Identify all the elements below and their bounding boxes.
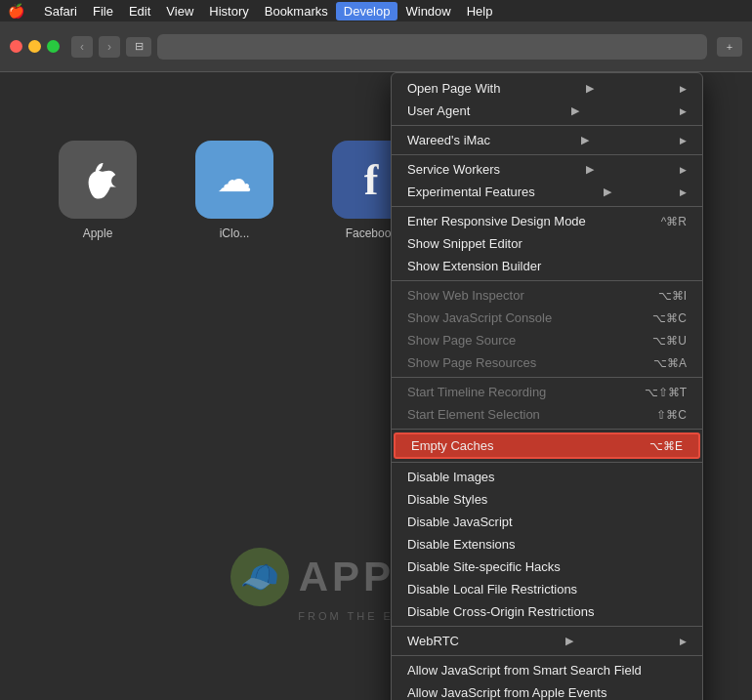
- menu-item-allow-js-apple[interactable]: Allow JavaScript from Apple Events: [392, 681, 702, 700]
- toolbar: ‹ › ⊟ +: [0, 21, 752, 72]
- menu-item-disable-styles[interactable]: Disable Styles: [392, 488, 702, 511]
- menu-item-disable-javascript[interactable]: Disable JavaScript: [392, 511, 702, 533]
- menu-item-wareeds-imac[interactable]: Wareed's iMac ▶: [392, 129, 702, 151]
- maximize-button[interactable]: [47, 40, 60, 53]
- menu-label-disable-javascript: Disable JavaScript: [407, 515, 513, 529]
- menu-item-open-page-with[interactable]: Open Page With ▶: [392, 77, 702, 100]
- menubar-edit[interactable]: Edit: [121, 2, 158, 21]
- develop-dropdown-menu: Open Page With ▶ User Agent ▶ Wareed's i…: [391, 72, 703, 700]
- apple-label: Apple: [83, 226, 113, 240]
- divider-7: [392, 462, 702, 463]
- menu-label-disable-cross-origin: Disable Cross-Origin Restrictions: [407, 604, 594, 619]
- divider-8: [392, 626, 702, 627]
- menu-label-allow-js-apple: Allow JavaScript from Apple Events: [407, 685, 606, 700]
- divider-1: [392, 125, 702, 126]
- menu-label-page-source: Show Page Source: [407, 333, 516, 348]
- menu-item-allow-js-smart[interactable]: Allow JavaScript from Smart Search Field: [392, 659, 702, 681]
- shortcut-web-inspector: ⌥⌘I: [658, 289, 687, 303]
- menu-label-js-console: Show JavaScript Console: [407, 310, 552, 325]
- menu-item-user-agent[interactable]: User Agent ▶: [392, 100, 702, 122]
- menu-item-snippet-editor[interactable]: Show Snippet Editor: [392, 232, 702, 255]
- menu-item-web-inspector[interactable]: Show Web Inspector ⌥⌘I: [392, 284, 702, 307]
- menu-item-page-resources[interactable]: Show Page Resources ⌥⌘A: [392, 351, 702, 374]
- shortcut-responsive-design: ^⌘R: [661, 215, 687, 228]
- menu-label-disable-site-hacks: Disable Site-specific Hacks: [407, 559, 561, 574]
- menu-label-allow-js-smart: Allow JavaScript from Smart Search Field: [407, 663, 642, 678]
- divider-2: [392, 154, 702, 155]
- menubar-safari[interactable]: Safari: [36, 2, 85, 21]
- close-button[interactable]: [10, 40, 22, 53]
- menu-label-snippet-editor: Show Snippet Editor: [407, 236, 522, 251]
- menubar-bookmarks[interactable]: Bookmarks: [257, 2, 336, 21]
- divider-3: [392, 206, 702, 207]
- back-icon: ‹: [80, 40, 84, 54]
- menu-label-disable-images: Disable Images: [407, 470, 495, 484]
- menu-label-element-selection: Start Element Selection: [407, 407, 540, 422]
- menu-item-disable-images[interactable]: Disable Images: [392, 466, 702, 488]
- tab-overview-button[interactable]: ⊟: [126, 37, 151, 57]
- submenu-arrow-open-page-with: ▶: [586, 82, 594, 95]
- menu-label-open-page-with: Open Page With: [407, 81, 500, 96]
- shortcut-page-source: ⌥⌘U: [652, 334, 687, 348]
- menu-label-extension-builder: Show Extension Builder: [407, 259, 541, 273]
- menu-item-empty-caches[interactable]: Empty Caches ⌥⌘E: [394, 432, 700, 459]
- tab-overview-icon: ⊟: [135, 40, 144, 53]
- shortcut-page-resources: ⌥⌘A: [653, 356, 687, 370]
- menu-item-webrtc[interactable]: WebRTC ▶: [392, 630, 702, 652]
- menu-label-page-resources: Show Page Resources: [407, 355, 536, 370]
- safari-window: ‹ › ⊟ + Apple ☁ iClo...: [0, 21, 752, 700]
- favorite-icloud[interactable]: ☁ iClo...: [176, 141, 293, 240]
- menu-item-disable-local-file[interactable]: Disable Local File Restrictions: [392, 578, 702, 600]
- favorite-apple[interactable]: Apple: [39, 141, 156, 240]
- menu-item-experimental-features[interactable]: Experimental Features ▶: [392, 181, 702, 203]
- menu-label-webrtc: WebRTC: [407, 634, 459, 648]
- menu-label-wareeds-imac: Wareed's iMac: [407, 133, 490, 147]
- divider-6: [392, 429, 702, 430]
- apple-menu[interactable]: 🍎: [8, 3, 24, 19]
- menu-label-service-workers: Service Workers: [407, 162, 500, 177]
- menu-item-page-source[interactable]: Show Page Source ⌥⌘U: [392, 329, 702, 351]
- divider-9: [392, 655, 702, 656]
- menubar-develop[interactable]: Develop: [336, 2, 398, 21]
- main-content: Apple ☁ iClo... f Facebook 🐦 Tw... 🧢 APP…: [0, 72, 752, 700]
- submenu-arrow-webrtc: ▶: [565, 635, 573, 647]
- shortcut-js-console: ⌥⌘C: [652, 311, 687, 325]
- menu-item-service-workers[interactable]: Service Workers ▶: [392, 158, 702, 181]
- submenu-arrow-experimental-features: ▶: [604, 185, 611, 198]
- divider-4: [392, 280, 702, 281]
- menu-item-responsive-design[interactable]: Enter Responsive Design Mode ^⌘R: [392, 210, 702, 232]
- menu-item-timeline-recording[interactable]: Start Timeline Recording ⌥⇧⌘T: [392, 381, 702, 403]
- minimize-button[interactable]: [28, 40, 41, 53]
- forward-button[interactable]: ›: [99, 36, 120, 58]
- menu-item-disable-cross-origin[interactable]: Disable Cross-Origin Restrictions: [392, 600, 702, 623]
- menu-label-experimental-features: Experimental Features: [407, 185, 535, 199]
- icloud-label: iClo...: [220, 226, 250, 240]
- forward-icon: ›: [107, 40, 111, 54]
- new-tab-icon: +: [727, 41, 732, 53]
- menu-label-web-inspector: Show Web Inspector: [407, 288, 524, 303]
- traffic-lights: [10, 40, 60, 53]
- divider-5: [392, 377, 702, 378]
- menu-label-disable-extensions: Disable Extensions: [407, 537, 516, 552]
- menubar-window[interactable]: Window: [397, 2, 458, 21]
- menu-item-js-console[interactable]: Show JavaScript Console ⌥⌘C: [392, 307, 702, 329]
- menu-item-extension-builder[interactable]: Show Extension Builder: [392, 255, 702, 277]
- menubar-view[interactable]: View: [158, 2, 201, 21]
- shortcut-element-selection: ⇧⌘C: [656, 408, 687, 422]
- menu-item-disable-site-hacks[interactable]: Disable Site-specific Hacks: [392, 556, 702, 578]
- apple-icon: [59, 141, 137, 219]
- facebook-label: Facebook: [346, 226, 397, 240]
- menu-label-disable-styles: Disable Styles: [407, 492, 487, 507]
- menu-label-responsive-design: Enter Responsive Design Mode: [407, 214, 586, 228]
- menu-label-timeline-recording: Start Timeline Recording: [407, 385, 546, 399]
- menubar-file[interactable]: File: [85, 2, 121, 21]
- menu-label-disable-local-file: Disable Local File Restrictions: [407, 582, 577, 597]
- menu-item-disable-extensions[interactable]: Disable Extensions: [392, 533, 702, 556]
- new-tab-button[interactable]: +: [717, 37, 742, 57]
- menubar-help[interactable]: Help: [459, 2, 501, 21]
- address-bar[interactable]: [157, 34, 707, 60]
- submenu-arrow-wareeds-imac: ▶: [581, 134, 589, 146]
- menubar-history[interactable]: History: [201, 2, 256, 21]
- back-button[interactable]: ‹: [71, 36, 93, 58]
- menu-item-element-selection[interactable]: Start Element Selection ⇧⌘C: [392, 403, 702, 426]
